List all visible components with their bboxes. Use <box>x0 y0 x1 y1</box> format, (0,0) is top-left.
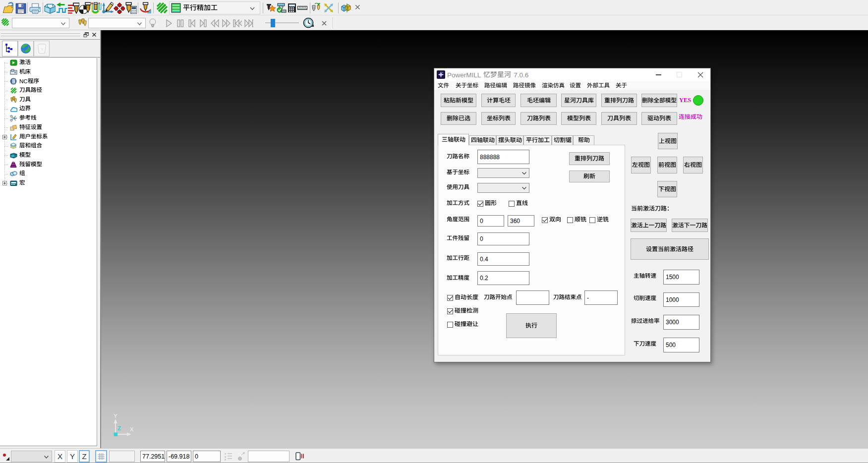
svg-text:X: X <box>130 426 134 432</box>
svg-text:z: z <box>225 458 226 461</box>
svg-text:Z: Z <box>117 425 121 431</box>
svg-text:Y: Y <box>114 413 117 419</box>
